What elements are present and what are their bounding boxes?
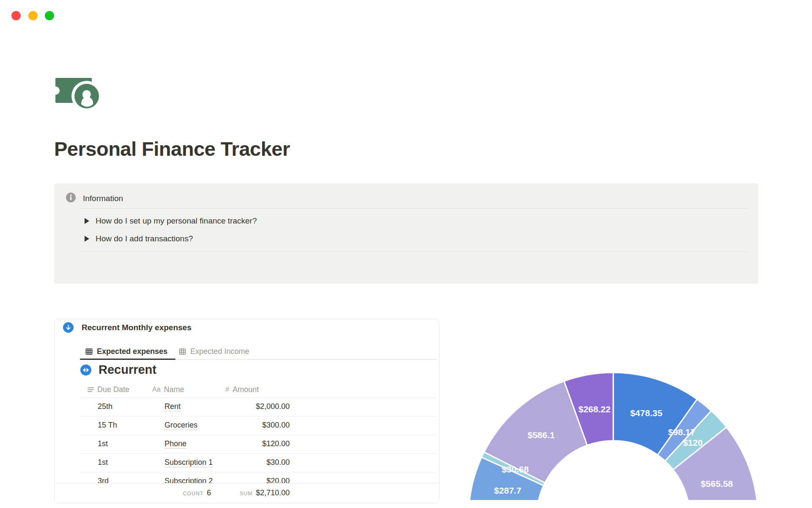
info-icon bbox=[66, 193, 76, 204]
donut-segment-label: $586.1 bbox=[527, 430, 555, 440]
column-label: Name bbox=[164, 385, 184, 394]
table-row: 15 ThGroceries$300.00 bbox=[55, 416, 439, 435]
info-callout: Information How do I set up my personal … bbox=[54, 183, 758, 284]
count-aggregate[interactable]: COUNT 6 bbox=[183, 489, 211, 497]
close-button[interactable] bbox=[11, 11, 21, 20]
divider bbox=[80, 251, 749, 252]
toggle-label: How do I set up my personal finance trac… bbox=[96, 216, 257, 226]
recurrent-expenses-card: Recurrent Monthly expenses Expected expe… bbox=[54, 319, 439, 503]
page-icon money-icon[interactable] bbox=[55, 76, 102, 112]
database-title: Recurrent bbox=[99, 363, 156, 377]
amount-cell[interactable]: $300.00 bbox=[262, 421, 290, 430]
column-label: Amount bbox=[233, 385, 259, 394]
column-label: Due Date bbox=[97, 385, 129, 394]
page-link[interactable]: Groceries bbox=[165, 421, 198, 430]
number-icon: # bbox=[225, 386, 229, 393]
active-tab-indicator bbox=[80, 359, 176, 360]
expenses-donut-chart: $478.35$98.17$120$565.58$287.7$30.68$586… bbox=[463, 296, 763, 500]
donut-segment-label: $268.22 bbox=[579, 404, 611, 414]
name-cell[interactable]: Phone bbox=[165, 439, 187, 448]
tab-label: Expected Income bbox=[190, 347, 249, 356]
table-row: 25thRent$2,000.00 bbox=[55, 398, 439, 416]
toggle-arrow-icon bbox=[85, 218, 89, 224]
text-icon: Aa bbox=[152, 386, 161, 393]
page-link[interactable]: Subscription 1 bbox=[165, 458, 213, 467]
card-title: Recurrent Monthly expenses bbox=[82, 323, 192, 332]
column-header-name[interactable]: AaName bbox=[152, 381, 184, 398]
toggle-label: How do I add transactions? bbox=[96, 234, 193, 243]
select-icon bbox=[88, 387, 94, 392]
toggle-arrow-icon bbox=[85, 236, 89, 242]
tab-label: Expected expenses bbox=[97, 347, 167, 356]
zoom-button[interactable] bbox=[45, 11, 54, 20]
table-footer: COUNT 6 SUM $2,710.00 bbox=[55, 483, 439, 503]
toggle-item[interactable]: How do I set up my personal finance trac… bbox=[85, 214, 257, 228]
count-label: COUNT bbox=[183, 491, 203, 497]
table-row: 1stPhone$120.00 bbox=[55, 435, 439, 453]
page-link[interactable]: Rent bbox=[165, 402, 181, 411]
count-value: 6 bbox=[207, 489, 211, 497]
callout-title: Information bbox=[83, 194, 123, 203]
due-date-cell[interactable]: 25th bbox=[98, 402, 112, 411]
due-date-cell[interactable]: 1st bbox=[98, 439, 108, 448]
page-title[interactable]: Personal Finance Tracker bbox=[54, 137, 290, 160]
table-icon bbox=[178, 348, 187, 356]
sum-label: SUM bbox=[240, 491, 252, 497]
donut-segment-label: $478.35 bbox=[630, 408, 662, 418]
circle-down-arrow-icon bbox=[63, 322, 74, 333]
name-cell[interactable]: Groceries bbox=[165, 421, 198, 430]
amount-cell[interactable]: $120.00 bbox=[262, 439, 290, 448]
amount-cell[interactable]: $2,000.00 bbox=[256, 402, 290, 411]
amount-cell[interactable]: $30.00 bbox=[266, 458, 290, 467]
sum-value: $2,710.00 bbox=[256, 489, 290, 497]
database-heading-link[interactable]: Recurrent bbox=[80, 363, 156, 377]
table-icon bbox=[85, 348, 93, 356]
card-header-toggle[interactable]: Recurrent Monthly expenses bbox=[63, 322, 192, 333]
donut-segment-label: $120 bbox=[683, 438, 703, 447]
column-header-amount[interactable]: #Amount bbox=[225, 381, 259, 398]
name-cell[interactable]: Rent bbox=[165, 402, 181, 411]
donut-segment-label: $30.68 bbox=[502, 464, 529, 474]
donut-segment-label: $98.17 bbox=[668, 427, 695, 437]
page-link[interactable]: Phone bbox=[165, 439, 187, 449]
minimize-button[interactable] bbox=[28, 11, 38, 20]
donut-segment-label: $287.7 bbox=[494, 486, 521, 495]
divider bbox=[80, 208, 749, 209]
donut-segment-label: $565.58 bbox=[701, 479, 733, 489]
name-cell[interactable]: Subscription 1 bbox=[165, 458, 213, 467]
sum-aggregate[interactable]: SUM $2,710.00 bbox=[240, 489, 290, 497]
circle-left-right-arrow-icon bbox=[80, 364, 91, 375]
column-header-due-date[interactable]: Due Date bbox=[88, 381, 129, 398]
due-date-cell[interactable]: 15 Th bbox=[98, 421, 117, 430]
due-date-cell[interactable]: 1st bbox=[98, 458, 108, 467]
table-row: 1stSubscription 1$30.00 bbox=[55, 453, 439, 472]
toggle-item[interactable]: How do I add transactions? bbox=[85, 232, 193, 246]
